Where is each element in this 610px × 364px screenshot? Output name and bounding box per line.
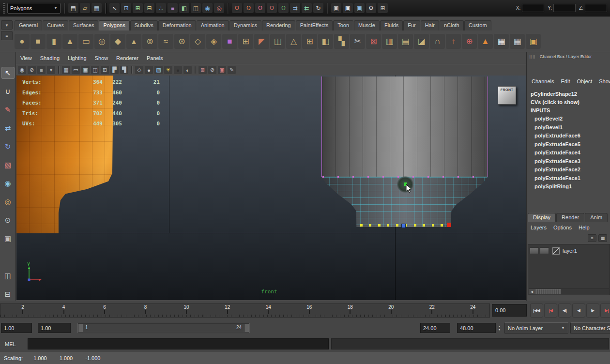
layer-name[interactable]: layer1 (563, 248, 577, 254)
smooth-icon[interactable]: ■ (222, 34, 237, 49)
shelf-tab[interactable]: Toon (333, 20, 353, 30)
merge-vertices-icon[interactable]: ⊕ (462, 34, 477, 49)
booleans-icon[interactable]: ◫ (270, 34, 285, 49)
view-orientation-card[interactable]: FRONT (498, 86, 516, 105)
poly-sphere-icon[interactable]: ● (15, 34, 30, 49)
poly-pipe-icon[interactable]: ⊚ (142, 34, 157, 49)
select-tool-mode-icon[interactable]: ↖ (109, 3, 120, 13)
channel-input-node[interactable]: polyExtrudeFace5 (534, 141, 580, 148)
xray-icon[interactable]: ⊠ (198, 66, 207, 74)
shelf-tab[interactable]: Fluids (380, 20, 403, 30)
mask-lines-icon[interactable]: ≡ (168, 3, 178, 13)
channel-box-menu-item[interactable]: Show (599, 78, 610, 84)
shelf-tab[interactable]: Polygons (99, 20, 129, 30)
gate-mask-icon[interactable]: ◫ (91, 66, 99, 74)
scroll-left-icon[interactable]: ◀ (529, 289, 535, 294)
panel-menu-item[interactable]: Lighting (68, 55, 87, 61)
poly-torus-icon[interactable]: ◎ (94, 34, 109, 49)
layer-visibility-toggle[interactable] (530, 247, 539, 254)
animation-start-field[interactable]: 1.00 (1, 323, 32, 333)
shelf-tab[interactable]: PaintEffects (296, 20, 333, 30)
shelf-tab[interactable]: Surfaces (69, 20, 98, 30)
channel-input-node[interactable]: polyBevel1 (534, 124, 580, 131)
cut-faces-icon[interactable]: ✂ (350, 34, 365, 49)
panel-menu-item[interactable]: Shading (40, 55, 60, 61)
viewport-canvas[interactable]: Verts: 364 222 21 Edges: 733 460 0 Faces… (16, 76, 526, 300)
rotate-tool[interactable]: ↻ (1, 140, 15, 152)
shelf-tab[interactable]: General (15, 20, 42, 30)
layer-color-swatch[interactable] (552, 247, 560, 255)
mask-objects-icon[interactable]: ◉ (202, 3, 213, 13)
panel-menu-item[interactable]: Panels (147, 55, 163, 61)
grid-toggle-icon[interactable]: ▦ (62, 66, 70, 74)
quadrangulate-icon[interactable]: ⊞ (302, 34, 317, 49)
triangulate-icon[interactable]: △ (286, 34, 301, 49)
safe-title-icon[interactable]: ▜ (120, 66, 128, 74)
shelf-tab[interactable]: Rendering (262, 20, 295, 30)
uv-snapshot-icon[interactable]: ▣ (526, 34, 541, 49)
layer-editor-tab[interactable]: Anim (585, 213, 608, 222)
offset-edge-loop-icon[interactable]: ▤ (398, 34, 413, 49)
safe-action-icon[interactable]: ▛ (110, 66, 119, 74)
camera-attributes-icon[interactable]: ≡ (37, 66, 46, 74)
isolate-select-icon[interactable]: ◫ (1, 270, 15, 282)
mask-rendering-icon[interactable]: ◎ (214, 3, 224, 13)
time-slider[interactable]: 2 4 6 8 (0, 303, 490, 318)
use-all-lights-icon[interactable]: ☀ (164, 66, 172, 74)
save-scene-icon[interactable]: ▦ (92, 3, 102, 13)
panel-drag-handle-icon[interactable]: ⣿⣿ (529, 55, 536, 59)
paint-select-tool[interactable]: ✎ (1, 104, 15, 116)
uv-grid-icon[interactable]: ▦ (510, 34, 525, 49)
poly-cylinder-icon[interactable]: ▮ (46, 34, 61, 49)
range-slider-track[interactable] (78, 324, 249, 332)
make-live-icon[interactable]: Ω (278, 3, 289, 13)
new-layer-icon[interactable]: ▦ (598, 234, 607, 242)
normals-icon[interactable]: ▲ (478, 34, 493, 49)
coordinate-input[interactable] (585, 4, 607, 12)
select-object-icon[interactable]: ⊞ (133, 3, 143, 13)
channel-box-menu-item[interactable]: Channels (532, 78, 554, 84)
step-back-button[interactable]: ◀| (558, 303, 571, 318)
shadows-icon[interactable]: ● (174, 66, 182, 74)
coordinate-input[interactable] (553, 4, 576, 12)
layer-editor-menu-item[interactable]: Help (579, 225, 590, 230)
open-scene-icon[interactable]: ▱ (80, 3, 90, 13)
go-to-start-button[interactable]: |◀◀ (530, 303, 543, 318)
grease-pencil-icon[interactable]: ✎ (228, 66, 236, 74)
range-slider-left-handle[interactable] (78, 324, 83, 332)
bookmarks-icon[interactable]: ▾ (47, 66, 55, 74)
scale-tool[interactable]: ▧ (1, 159, 15, 171)
spinner-icon[interactable]: ▴▾ (497, 324, 502, 332)
shelf-tab[interactable]: Fur (403, 20, 420, 30)
render-settings-icon[interactable]: ⚙ (366, 3, 376, 13)
lasso-select-tool[interactable]: ∪ (1, 85, 15, 97)
poly-cone-icon[interactable]: ▲ (62, 34, 77, 49)
select-camera-icon[interactable]: ◉ (18, 66, 26, 74)
shaded-mode-icon[interactable]: ● (145, 66, 153, 74)
vertex-handle-red[interactable] (447, 223, 451, 227)
render-view-icon[interactable]: ▣ (331, 3, 341, 13)
shelf-tab-switch-icon[interactable]: ▾ (1, 20, 13, 30)
channel-input-node[interactable]: polyExtrudeFace4 (534, 150, 580, 156)
shelf-tab[interactable]: Dynamics (229, 20, 261, 30)
isolate-select-icon[interactable]: ⊘ (208, 66, 216, 74)
textured-mode-icon[interactable]: ▧ (154, 66, 163, 74)
command-line-language-button[interactable]: MEL (0, 336, 27, 352)
character-set-dropdown[interactable]: No Character Set (570, 322, 610, 334)
output-connections-icon[interactable]: ⇇ (302, 3, 312, 13)
select-tool[interactable]: ↖ (1, 67, 15, 79)
quick-layout-icon[interactable]: ⊞ (378, 3, 388, 13)
layer-editor-menu-item[interactable]: Layers (531, 225, 547, 230)
panel-menu-item[interactable]: View (20, 55, 32, 61)
input-connections-icon[interactable]: ⇉ (290, 3, 300, 13)
channel-input-node[interactable]: polyExtrudeFace3 (534, 158, 580, 165)
anim-layer-dropdown[interactable]: No Anim Layer ▼ (504, 322, 568, 334)
default-material-icon[interactable]: ◐ (183, 66, 192, 74)
animation-end-field[interactable]: 48.00 (457, 323, 496, 333)
horizontal-scrollbar[interactable]: ◀ (529, 288, 609, 294)
new-scene-icon[interactable]: ▤ (68, 3, 78, 13)
last-tool-used[interactable]: ▣ (1, 233, 15, 245)
move-tool[interactable]: ⇄ (1, 122, 15, 134)
uv-checker-icon[interactable]: ▦ (494, 34, 509, 49)
film-gate-icon[interactable]: ▭ (72, 66, 80, 74)
